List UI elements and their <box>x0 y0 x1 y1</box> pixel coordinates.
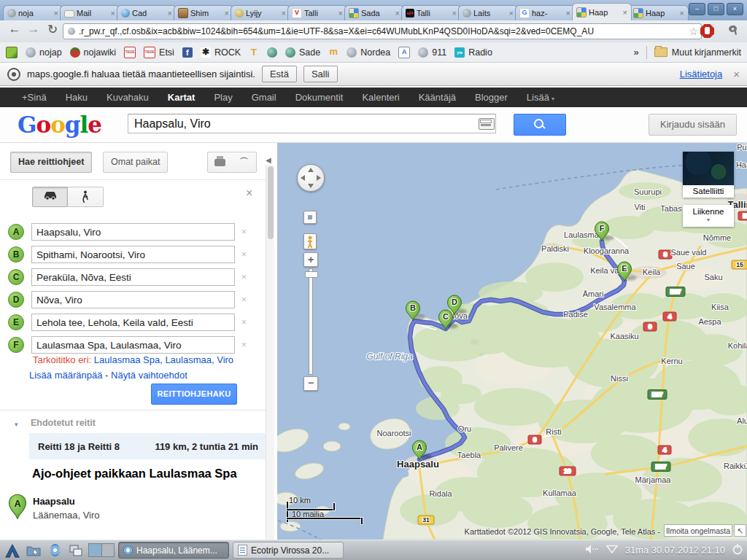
files-icon[interactable] <box>25 542 42 559</box>
add-destination-link[interactable]: Lisää määränpää <box>29 370 102 381</box>
show-desktop-icon[interactable] <box>67 542 85 559</box>
panel-scrollbar-thumb[interactable] <box>268 166 274 239</box>
bookmark-item[interactable] <box>6 47 18 58</box>
waypoint-input-F[interactable] <box>31 336 235 354</box>
search-input[interactable] <box>128 114 496 133</box>
network-icon[interactable] <box>605 544 619 557</box>
waypoint-remove-icon[interactable]: × <box>241 295 247 305</box>
browser-tab[interactable]: haz-× <box>515 5 575 20</box>
bookmark-star-icon[interactable]: ☆ <box>689 26 698 37</box>
taskbar-window-button[interactable]: Ecotrip Virossa 20... <box>233 542 344 559</box>
bookmark-item[interactable]: m <box>328 47 338 58</box>
workspace-switcher[interactable] <box>88 543 115 557</box>
tab-close-icon[interactable]: × <box>452 9 457 17</box>
search-button[interactable] <box>514 114 566 136</box>
tab-close-icon[interactable]: × <box>282 9 286 17</box>
tab-close-icon[interactable]: × <box>225 9 229 17</box>
my-places-button[interactable]: Omat paikat <box>103 152 168 173</box>
pan-right-icon[interactable] <box>317 175 321 181</box>
my-location-button[interactable] <box>303 211 317 224</box>
browser-tab[interactable]: Cad× <box>117 5 177 20</box>
zoom-slider-handle[interactable] <box>305 271 318 278</box>
bookmark-item-sade[interactable]: Sade <box>285 47 320 58</box>
bookmark-item[interactable]: TIEDE <box>124 47 136 58</box>
pan-control[interactable] <box>297 164 325 192</box>
bookmark-item-rock[interactable]: ROCK <box>201 47 241 58</box>
menu-button[interactable] <box>4 542 21 559</box>
report-problem-button[interactable]: Ilmoita ongelmasta <box>664 524 732 537</box>
deny-button[interactable]: Estä <box>262 66 297 82</box>
gbar-item-haku[interactable]: Haku <box>66 92 88 103</box>
gbar-item-kalenteri[interactable]: Kalenteri <box>362 92 399 103</box>
bookmark-item-nojawiki[interactable]: nojawiki <box>70 47 116 58</box>
gbar-item-blogger[interactable]: Blogger <box>475 92 508 103</box>
wrench-menu-icon[interactable] <box>724 24 737 40</box>
workspace-2[interactable] <box>102 544 115 556</box>
bookmark-item[interactable] <box>267 47 277 58</box>
bookmarks-overflow-chevron[interactable]: » <box>634 47 639 58</box>
did-you-mean-link[interactable]: Laulasmaa Spa, Laulasmaa, Viro <box>94 354 233 365</box>
zoom-slider-track[interactable] <box>309 268 313 375</box>
map-canvas[interactable]: 8499104E1531E67E67E67 SuurupiVitiTabasNõ… <box>277 143 747 540</box>
satellite-toggle[interactable]: Satelliitti <box>683 152 734 198</box>
waypoint-remove-icon[interactable]: × <box>241 317 247 327</box>
collapse-corner-button[interactable]: ↖ <box>734 524 746 537</box>
bookmark-item-radio[interactable]: yleRadio <box>454 47 492 58</box>
clock[interactable]: 31ma 30.07.2012 21:10 <box>625 545 725 556</box>
tab-close-icon[interactable]: × <box>338 9 343 17</box>
zoom-out-button[interactable]: − <box>303 376 318 391</box>
close-button[interactable]: × <box>727 3 743 15</box>
bookmark-item-nojap[interactable]: nojap <box>26 47 62 58</box>
tab-close-icon[interactable]: × <box>680 9 684 17</box>
mode-walk-button[interactable] <box>68 187 104 207</box>
show-options-link[interactable]: Näytä vaihtoehdot <box>111 370 187 381</box>
gbar-item-play[interactable]: Play <box>214 92 232 103</box>
gbar-item-asina[interactable]: +Sinä <box>22 92 47 103</box>
browser-tab[interactable]: Mail× <box>60 5 120 20</box>
browser-tab[interactable]: Talli× <box>287 5 347 20</box>
tab-close-icon[interactable]: × <box>54 9 58 17</box>
tab-close-icon[interactable]: × <box>509 9 514 17</box>
adblock-icon[interactable] <box>700 24 714 38</box>
get-directions-button[interactable]: Hae reittiohjeet <box>10 152 92 173</box>
browser-tab[interactable]: noja× <box>3 5 63 20</box>
browser-tab[interactable]: Lyijy× <box>231 5 290 20</box>
back-button[interactable]: ← <box>6 22 23 36</box>
pan-down-icon[interactable] <box>308 184 314 188</box>
print-button[interactable] <box>207 152 233 173</box>
bookmark-item[interactable]: T <box>249 47 259 58</box>
suggested-routes-arrow-icon[interactable]: ▾ <box>15 421 18 428</box>
mode-car-button[interactable] <box>32 187 68 207</box>
gbar-item-kartat[interactable]: Kartat <box>168 92 196 103</box>
tab-close-icon[interactable]: × <box>566 9 570 17</box>
browser-tab[interactable]: Haap× <box>629 5 689 20</box>
browser-tab[interactable]: Haap× <box>572 3 632 20</box>
pan-up-icon[interactable] <box>308 168 314 172</box>
bookmark-item-etsi[interactable]: TIEDEEtsi <box>144 47 174 58</box>
waypoint-input-A[interactable] <box>31 223 235 241</box>
gbar-item-gmail[interactable]: Gmail <box>252 92 276 103</box>
waypoint-remove-icon[interactable]: × <box>241 227 247 237</box>
pegman-control[interactable] <box>303 233 317 249</box>
virtual-keyboard-icon[interactable] <box>479 118 495 130</box>
browser-tab[interactable]: Shim× <box>174 5 233 20</box>
gbar-item-kuvahaku[interactable]: Kuvahaku <box>107 92 149 103</box>
browser-tab[interactable]: e24Talli× <box>401 5 461 20</box>
power-icon[interactable] <box>732 543 743 558</box>
traffic-toggle[interactable]: Liikenne ▾ <box>683 205 734 227</box>
waypoint-input-E[interactable] <box>31 314 235 331</box>
pan-left-icon[interactable] <box>301 175 305 181</box>
bookmark-item[interactable]: A <box>398 47 410 58</box>
taskbar-window-button[interactable]: Haapsalu, Läänem... <box>118 542 229 559</box>
waypoint-input-C[interactable] <box>31 268 235 286</box>
infobar-close-icon[interactable]: × <box>733 68 740 80</box>
gbar-item-kaantaja[interactable]: Kääntäjä <box>419 92 456 103</box>
browser-tab[interactable]: Sada× <box>344 5 404 20</box>
volume-icon[interactable] <box>584 544 599 557</box>
reload-button[interactable]: ↻ <box>44 22 61 37</box>
workspace-1[interactable] <box>89 544 102 556</box>
waypoint-input-D[interactable] <box>31 291 235 308</box>
restore-button[interactable]: □ <box>708 3 724 15</box>
allow-button[interactable]: Salli <box>303 66 338 82</box>
waypoint-remove-icon[interactable]: × <box>241 249 247 260</box>
